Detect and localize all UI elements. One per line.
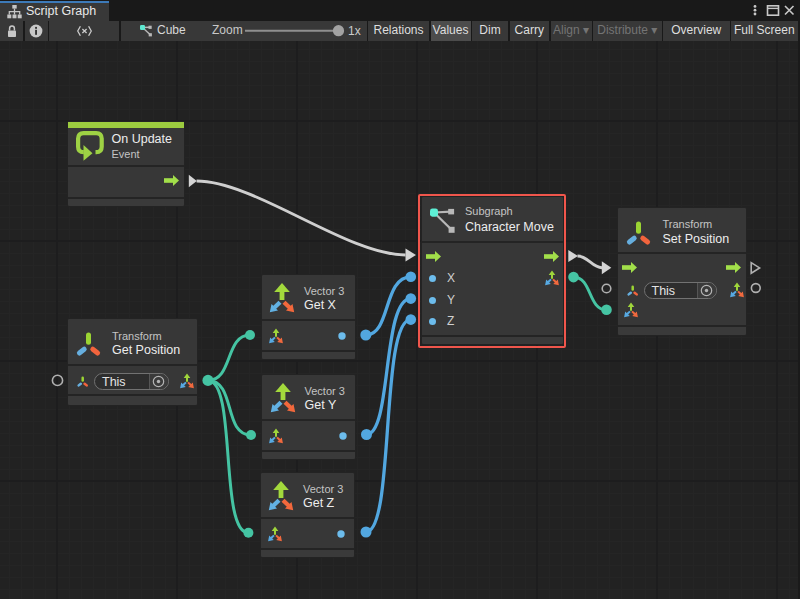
svg-text:1x: 1x xyxy=(348,24,361,38)
